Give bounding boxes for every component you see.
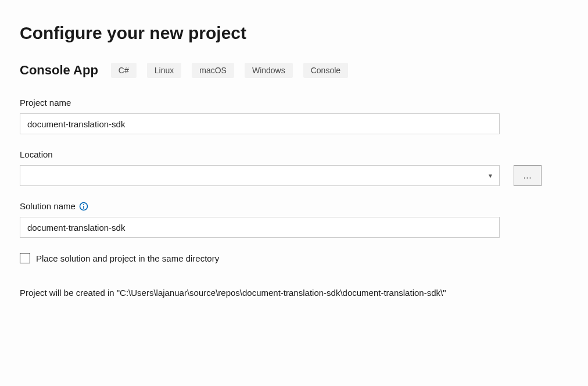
path-info-text: Project will be created in "C:\Users\laj…	[20, 287, 500, 300]
location-group: Location ▼ ...	[20, 149, 568, 186]
solution-name-label-text: Solution name	[20, 201, 76, 211]
template-tag-console: Console	[303, 63, 348, 78]
same-directory-row: Place solution and project in the same d…	[20, 253, 568, 263]
template-tag-windows: Windows	[245, 63, 293, 78]
chevron-down-icon: ▼	[487, 173, 493, 179]
solution-name-input[interactable]	[20, 217, 500, 238]
info-icon[interactable]	[79, 202, 88, 211]
template-tag-linux: Linux	[147, 63, 181, 78]
template-tag-macos: macOS	[192, 63, 234, 78]
project-name-group: Project name	[20, 98, 568, 134]
template-tag-csharp: C#	[111, 63, 137, 78]
template-name: Console App	[20, 63, 98, 78]
svg-point-1	[83, 204, 84, 205]
same-directory-checkbox[interactable]	[20, 253, 30, 263]
project-name-input[interactable]	[20, 113, 500, 134]
template-row: Console App C# Linux macOS Windows Conso…	[20, 63, 568, 78]
page-title: Configure your new project	[20, 23, 568, 43]
browse-button[interactable]: ...	[514, 165, 542, 186]
same-directory-label: Place solution and project in the same d…	[36, 253, 219, 263]
location-dropdown[interactable]: ▼	[20, 165, 500, 186]
location-label: Location	[20, 149, 568, 159]
solution-name-group: Solution name	[20, 201, 568, 238]
solution-name-label: Solution name	[20, 201, 568, 211]
svg-rect-2	[83, 206, 84, 209]
project-name-label: Project name	[20, 98, 568, 108]
